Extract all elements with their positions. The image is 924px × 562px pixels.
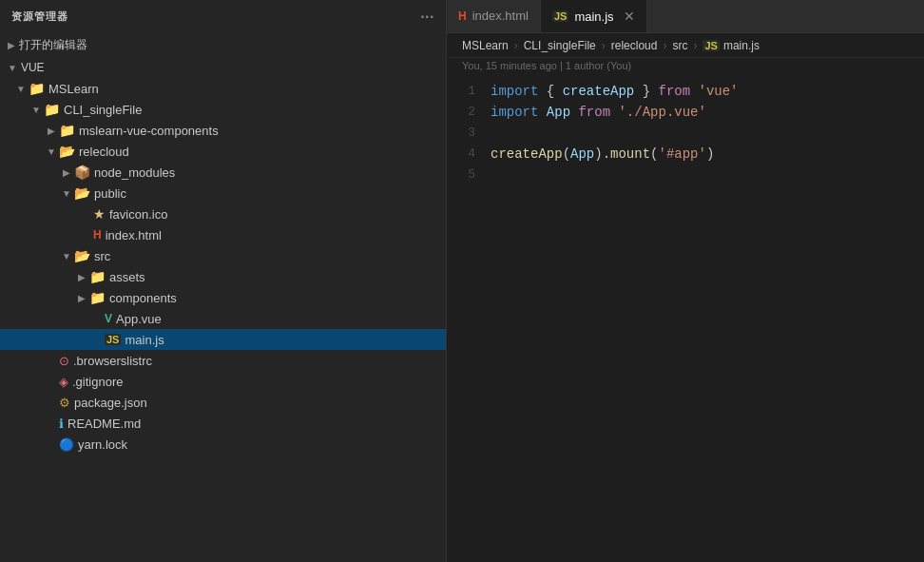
keyword-from-2: from xyxy=(578,105,610,120)
bc-sep-4: › xyxy=(693,39,697,52)
bc-main-js[interactable]: main.js xyxy=(723,39,760,52)
bc-sep-3: › xyxy=(663,39,666,52)
yarn-lock-label: yarn.lock xyxy=(78,437,127,452)
tree-item-components[interactable]: ▶ 📁 components xyxy=(0,287,446,308)
node-modules-label: node_modules xyxy=(94,165,175,180)
line-num-5: 5 xyxy=(447,165,475,185)
star-icon: ★ xyxy=(93,206,106,222)
assets-arrow: ▶ xyxy=(76,272,87,282)
tab-main-js[interactable]: JS main.js ✕ xyxy=(541,0,647,32)
git-blame-text: You, 15 minutes ago | 1 author (You) xyxy=(462,60,631,71)
id-app: App xyxy=(547,105,570,120)
breadcrumb: MSLearn › CLI_singleFile › relecloud › s… xyxy=(447,33,924,58)
vue-icon: V xyxy=(105,312,112,325)
sidebar: 资源管理器 ··· ▶ 打开的编辑器 ▼ VUE ▼ 📁 MSLearn ▼ 📁… xyxy=(0,0,447,562)
tab-js-icon: JS xyxy=(552,10,568,22)
tree-item-assets[interactable]: ▶ 📁 assets xyxy=(0,266,446,287)
line-num-1: 1 xyxy=(447,81,475,102)
open-editors-section[interactable]: ▶ 打开的编辑器 xyxy=(0,33,446,57)
tree-item-cli-singlefile[interactable]: ▼ 📁 CLI_singleFile xyxy=(0,99,446,120)
punct-10: ) xyxy=(706,146,714,162)
tab-index-html[interactable]: H index.html xyxy=(447,0,541,32)
punct-3 xyxy=(690,84,698,99)
folder-icon: 📁 xyxy=(44,102,60,117)
git-blame-bar: You, 15 minutes ago | 1 author (You) xyxy=(447,58,924,75)
components-folder-icon: 📁 xyxy=(89,290,106,305)
cli-arrow: ▼ xyxy=(30,105,42,115)
tree-item-mslearn[interactable]: ▼ 📁 MSLearn xyxy=(0,78,446,99)
editor-area: H index.html JS main.js ✕ MSLearn › CLI_… xyxy=(447,0,924,562)
tree-item-mslearn-vue-components[interactable]: ▶ 📁 mslearn-vue-components xyxy=(0,120,446,141)
keyword-import-2: import xyxy=(491,105,538,120)
mslearn-arrow: ▼ xyxy=(15,84,27,94)
npm-folder-icon: 📦 xyxy=(74,165,90,180)
punct-2: } xyxy=(634,84,658,99)
readme-icon: ℹ xyxy=(59,417,64,431)
keyword-from-1: from xyxy=(658,84,690,99)
str-vue: 'vue' xyxy=(699,84,739,99)
tree-item-yarn-lock[interactable]: ▶ 🔵 yarn.lock xyxy=(0,434,446,455)
tree-item-main-js[interactable]: ▶ JS main.js xyxy=(0,329,446,350)
public-arrow: ▼ xyxy=(61,188,72,199)
tree-item-relecloud[interactable]: ▼ 📂 relecloud xyxy=(0,141,446,162)
vue-section[interactable]: ▼ VUE xyxy=(0,57,446,78)
tree-item-app-vue[interactable]: ▶ V App.vue xyxy=(0,308,446,329)
tab-close-button[interactable]: ✕ xyxy=(624,9,635,24)
keyword-import-1: import xyxy=(491,84,538,99)
browserslistrc-label: .browserslistrc xyxy=(73,354,152,368)
punct-7: ( xyxy=(563,146,570,162)
node-modules-arrow: ▶ xyxy=(61,167,72,178)
tree-item-favicon[interactable]: ▶ ★ favicon.ico xyxy=(0,203,446,224)
gitignore-label: .gitignore xyxy=(72,375,123,389)
fn-createapp: createApp xyxy=(491,146,563,162)
code-line-1: import { createApp } from 'vue' xyxy=(491,81,909,102)
sidebar-more-button[interactable]: ··· xyxy=(420,9,434,26)
punct-8: ). xyxy=(594,146,610,162)
tree-item-browserslistrc[interactable]: ▶ ⊙ .browserslistrc xyxy=(0,350,446,371)
tree-item-gitignore[interactable]: ▶ ◈ .gitignore xyxy=(0,371,446,392)
assets-label: assets xyxy=(109,270,145,284)
src-arrow: ▼ xyxy=(61,251,72,262)
line-numbers: 1 2 3 4 5 xyxy=(447,81,491,562)
bc-cli[interactable]: CLI_singleFile xyxy=(524,39,596,52)
line-num-2: 2 xyxy=(447,102,475,123)
appvue-label: App.vue xyxy=(116,312,162,326)
code-line-2: import App from './App.vue' xyxy=(491,102,909,123)
tree-item-readme[interactable]: ▶ ℹ README.md xyxy=(0,413,446,434)
tree-item-public[interactable]: ▼ 📂 public xyxy=(0,183,446,203)
assets-folder-icon: 📁 xyxy=(89,269,106,284)
yarn-icon: 🔵 xyxy=(59,437,74,452)
tab-bar: H index.html JS main.js ✕ xyxy=(447,0,924,33)
package-icon: ⚙ xyxy=(59,396,70,410)
mslearn-label: MSLearn xyxy=(48,82,99,96)
gitignore-icon: ◈ xyxy=(59,375,68,389)
id-createapp: createApp xyxy=(563,84,635,99)
tree-item-index-html[interactable]: ▶ H index.html xyxy=(0,224,446,245)
bc-relecloud[interactable]: relecloud xyxy=(611,39,658,52)
folder-icon: 📁 xyxy=(59,123,75,138)
tab-html-icon: H xyxy=(458,10,467,23)
code-editor[interactable]: 1 2 3 4 5 import { createApp } from 'vue… xyxy=(447,75,924,562)
tree-item-package-json[interactable]: ▶ ⚙ package.json xyxy=(0,392,446,413)
code-line-5 xyxy=(491,165,909,185)
package-json-label: package.json xyxy=(74,396,147,410)
bc-js-icon: JS xyxy=(703,40,719,51)
open-editors-arrow: ▶ xyxy=(8,40,15,50)
sidebar-header: 资源管理器 ··· xyxy=(0,0,446,33)
tab-index-html-label: index.html xyxy=(472,9,529,23)
code-content[interactable]: import { createApp } from 'vue' import A… xyxy=(491,81,924,562)
bc-src[interactable]: src xyxy=(672,39,687,52)
html-icon: H xyxy=(93,228,102,242)
tree-item-node-modules[interactable]: ▶ 📦 node_modules xyxy=(0,162,446,183)
favicon-label: favicon.ico xyxy=(109,207,167,222)
mvc-label: mslearn-vue-components xyxy=(79,124,219,138)
src-folder-icon: 📂 xyxy=(74,248,90,263)
bc-mslearn[interactable]: MSLearn xyxy=(462,39,509,52)
bc-sep-2: › xyxy=(602,39,606,52)
tree-item-src[interactable]: ▼ 📂 src xyxy=(0,245,446,266)
bc-sep-1: › xyxy=(514,39,518,52)
punct-4 xyxy=(538,105,546,120)
components-label: components xyxy=(109,291,177,305)
relecloud-label: relecloud xyxy=(79,145,129,159)
line-num-4: 4 xyxy=(447,144,475,165)
